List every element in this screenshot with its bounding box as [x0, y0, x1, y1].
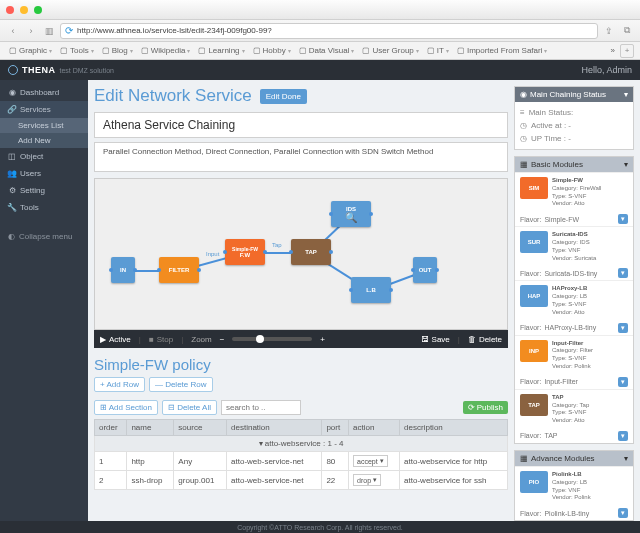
table-row[interactable]: 1httpAnyatto-web-service-net80accept ▾at…	[95, 452, 508, 471]
delete-all-button[interactable]: ⊟ Delete All	[162, 400, 217, 415]
node-tap[interactable]: TAP	[291, 239, 331, 265]
col-order[interactable]: order	[95, 420, 127, 436]
sidebar-item-setting[interactable]: ⚙Setting	[0, 182, 88, 199]
sidebar-item-users[interactable]: 👥Users	[0, 165, 88, 182]
forward-button[interactable]: ›	[24, 24, 38, 38]
port-in[interactable]	[349, 288, 353, 292]
table-row[interactable]: 2ssh-dropgroup.001atto-web-service-net22…	[95, 471, 508, 490]
add-row-button[interactable]: + Add Row	[94, 377, 145, 392]
cell-order: 2	[95, 471, 127, 490]
basic-modules-header[interactable]: ▦ Basic Modules ▾	[515, 157, 633, 172]
service-name-input[interactable]: Athena Service Chaining	[94, 112, 508, 138]
node-in[interactable]: IN	[111, 257, 135, 283]
action-select[interactable]: drop ▾	[353, 474, 381, 486]
flavor-dropdown[interactable]: ▾	[618, 214, 628, 224]
maximize-window-icon[interactable]	[34, 6, 42, 14]
bookmark-folder[interactable]: ▢Tools▾	[57, 46, 97, 55]
node-out[interactable]: OUT	[413, 257, 437, 283]
share-button[interactable]: ⇪	[602, 24, 616, 38]
bookmark-folder[interactable]: ▢IT▾	[424, 46, 452, 55]
action-select[interactable]: accept ▾	[353, 455, 388, 467]
folder-icon: ▢	[60, 46, 68, 55]
module-item[interactable]: SIMSimple-FWCategory: FireWallType: S-VN…	[515, 172, 633, 212]
bookmark-folder[interactable]: ▢Imported From Safari▾	[454, 46, 551, 55]
col-action[interactable]: action	[349, 420, 400, 436]
col-port[interactable]: port	[322, 420, 349, 436]
module-item[interactable]: HAPHAProxy-LBCategory: LBType: S-VNFVend…	[515, 280, 633, 320]
table-group-row[interactable]: ▾ atto-webservice : 1 - 4	[95, 436, 508, 452]
module-item[interactable]: TAPTAPCategory: TapType: S-VNFVendor: At…	[515, 389, 633, 429]
module-item[interactable]: SURSuricata-IDSCategory: IDSType: VNFVen…	[515, 226, 633, 266]
sidebar-sub-services-list[interactable]: Services List	[0, 118, 88, 133]
add-section-button[interactable]: ⊞ Add Section	[94, 400, 158, 415]
sidebar-toggle-icon[interactable]: ▥	[42, 24, 56, 38]
port-out[interactable]	[435, 268, 439, 272]
port-in[interactable]	[223, 250, 227, 254]
sidebar-sub-add-new[interactable]: Add New	[0, 133, 88, 148]
zoom-in-button[interactable]: +	[320, 335, 325, 344]
port-in[interactable]	[289, 250, 293, 254]
node-lb[interactable]: L.B	[351, 277, 391, 303]
reload-icon[interactable]: ⟳	[65, 25, 73, 36]
flavor-dropdown[interactable]: ▾	[618, 323, 628, 333]
policy-search-input[interactable]	[221, 400, 301, 415]
node-ids[interactable]: IDS🔍	[331, 201, 371, 227]
sidebar-item-services[interactable]: 🔗Services	[0, 101, 88, 118]
sidebar-item-object[interactable]: ◫Object	[0, 148, 88, 165]
sidebar-item-dashboard[interactable]: ◉Dashboard	[0, 84, 88, 101]
node-filter[interactable]: FILTER	[159, 257, 199, 283]
module-item[interactable]: PIOPiolink-LBCategory: LBType: VNFVendor…	[515, 466, 633, 506]
col-name[interactable]: name	[127, 420, 174, 436]
close-window-icon[interactable]	[6, 6, 14, 14]
bookmark-folder[interactable]: ▢Wikipedia▾	[138, 46, 194, 55]
zoom-slider[interactable]	[232, 337, 312, 341]
new-tab-button[interactable]: +	[620, 44, 634, 58]
port-out[interactable]	[369, 212, 373, 216]
flavor-dropdown[interactable]: ▾	[618, 508, 628, 518]
flavor-dropdown[interactable]: ▾	[618, 377, 628, 387]
back-button[interactable]: ‹	[6, 24, 20, 38]
port-out[interactable]	[329, 250, 333, 254]
connection-methods-text[interactable]: Parallel Connection Method, Direct Conne…	[94, 142, 508, 172]
port-out[interactable]	[263, 250, 267, 254]
publish-button[interactable]: ⟳ Publish	[463, 401, 508, 414]
minimize-window-icon[interactable]	[20, 6, 28, 14]
bookmark-folder[interactable]: ▢Hobby▾	[250, 46, 294, 55]
canvas-save-button[interactable]: 🖫Save	[421, 335, 450, 344]
module-item[interactable]: INPInput-FilterCategory: FilterType: S-V…	[515, 335, 633, 375]
port-out[interactable]	[389, 288, 393, 292]
bookmark-folder[interactable]: ▢Data Visual▾	[296, 46, 358, 55]
port-out[interactable]	[133, 268, 137, 272]
node-fw[interactable]: Simple-FWF.W	[225, 239, 265, 265]
sidebar-item-tools[interactable]: 🔧Tools	[0, 199, 88, 216]
bookmark-folder[interactable]: ▢Graphic▾	[6, 46, 55, 55]
url-bar[interactable]: ⟳ http://www.athnea.io/service-lsit/edit…	[60, 23, 598, 39]
flavor-dropdown[interactable]: ▾	[618, 268, 628, 278]
grid-icon: ▦	[520, 160, 528, 169]
zoom-out-button[interactable]: −	[220, 335, 225, 344]
col-description[interactable]: description	[400, 420, 508, 436]
chaining-canvas[interactable]: InputTapINFILTERSimple-FWF.WTAPIDS🔍L.BOU…	[94, 178, 508, 330]
flavor-label: Flavor:	[520, 216, 541, 223]
port-in[interactable]	[329, 212, 333, 216]
bookmark-chevrons[interactable]: »	[608, 46, 618, 55]
canvas-stop-button[interactable]: ■Stop	[149, 335, 173, 344]
bookmark-folder[interactable]: ▢User Group▾	[359, 46, 421, 55]
canvas-delete-button[interactable]: 🗑Delete	[468, 335, 502, 344]
edit-done-button[interactable]: Edit Done	[260, 89, 307, 104]
port-in[interactable]	[109, 268, 113, 272]
port-in[interactable]	[157, 268, 161, 272]
port-in[interactable]	[411, 268, 415, 272]
port-out[interactable]	[197, 268, 201, 272]
canvas-active-button[interactable]: ▶Active	[100, 335, 131, 344]
delete-row-button[interactable]: — Delete Row	[149, 377, 213, 392]
advance-modules-header[interactable]: ▦ Advance Modules ▾	[515, 451, 633, 466]
tabs-button[interactable]: ⧉	[620, 24, 634, 38]
col-destination[interactable]: destination	[227, 420, 322, 436]
bookmark-folder[interactable]: ▢Blog▾	[99, 46, 136, 55]
bookmark-folder[interactable]: ▢Learning▾	[195, 46, 247, 55]
flavor-dropdown[interactable]: ▾	[618, 431, 628, 441]
col-source[interactable]: source	[174, 420, 227, 436]
collapse-menu-button[interactable]: ◐ Collapse menu	[0, 224, 88, 249]
status-panel-header[interactable]: ◉ Main Chaining Status ▾	[515, 87, 633, 102]
